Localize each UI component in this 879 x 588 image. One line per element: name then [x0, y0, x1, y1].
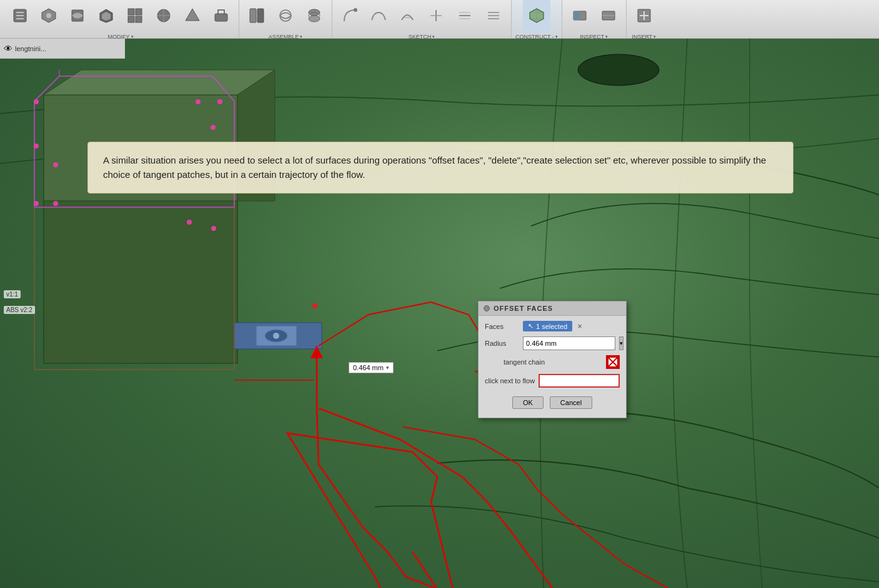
checkmark-icon [607, 356, 618, 368]
svg-rect-9 [136, 16, 142, 22]
radius-input[interactable] [523, 336, 615, 350]
toolbar-group-assemble: ASSEMBLE ▾ [239, 0, 332, 38]
insert-icon-1 [636, 7, 652, 24]
ok-button[interactable]: OK [512, 396, 544, 409]
sketch-btn-1[interactable] [336, 0, 364, 32]
modify-icon-2 [41, 7, 57, 24]
assemble-caret: ▾ [300, 34, 302, 39]
version-label-1: v1:1 [4, 290, 21, 298]
toolbar-btn-5[interactable] [121, 0, 149, 32]
inspect-caret: ▾ [605, 34, 608, 39]
toolbar-btn-4[interactable] [92, 0, 120, 32]
control-dot-4 [211, 125, 216, 130]
dim-caret[interactable]: ▾ [386, 365, 389, 371]
sketch-icon-2 [370, 7, 387, 24]
inspect-btn-2[interactable] [595, 0, 622, 32]
construct-btn-1[interactable] [523, 0, 550, 32]
sketch-caret: ▾ [432, 34, 435, 39]
construct-label[interactable]: CONSTRUCT - ▾ [515, 34, 558, 40]
version-label-2: ABS v2:2 [4, 306, 35, 314]
annotation-box: A similar situation arises you need to s… [87, 142, 793, 194]
faces-label: Faces [485, 323, 519, 330]
assemble-icon-2 [277, 7, 294, 24]
modify-icon-4 [98, 7, 114, 24]
modify-icon-5 [127, 7, 143, 24]
dialog-title-dot [484, 305, 490, 311]
sketch-icon-4 [428, 7, 444, 24]
selected-count: 1 selected [536, 323, 567, 330]
cancel-button[interactable]: Cancel [550, 396, 592, 409]
flow-input[interactable] [539, 374, 620, 388]
toolbar-btn-7[interactable] [179, 0, 206, 32]
dim-value: 0.464 mm [353, 364, 384, 371]
dimension-label: 0.464 mm ▾ [349, 362, 394, 373]
radius-label: Radius [485, 340, 519, 347]
toolbar-group-insert: INSERT ▾ [627, 0, 662, 38]
control-dot-8 [53, 201, 58, 206]
control-dot-5 [34, 144, 39, 149]
sketch-btn-6[interactable] [480, 0, 507, 32]
svg-point-18 [309, 16, 320, 22]
assemble-label[interactable]: ASSEMBLE ▾ [269, 34, 303, 40]
sketch-btn-5[interactable] [451, 0, 479, 32]
modify-icon-3 [69, 7, 86, 24]
control-dot-9 [187, 220, 192, 225]
insert-label[interactable]: INSERT ▾ [632, 34, 656, 40]
svg-rect-38 [44, 201, 237, 363]
sketch-btn-2[interactable] [365, 0, 392, 32]
red-dot-1 [312, 303, 317, 308]
modify-label[interactable]: MODIFY ▾ [108, 34, 134, 40]
sketch-icon-6 [485, 7, 502, 24]
modify-caret: ▾ [131, 34, 134, 39]
svg-point-15 [280, 10, 291, 21]
selected-badge[interactable]: ↖ 1 selected [523, 321, 572, 331]
toolbar-btn-6[interactable] [150, 0, 177, 32]
selected-close-btn[interactable]: × [577, 321, 582, 331]
control-dot-7 [34, 201, 39, 206]
inspect-label[interactable]: INSPECT ▾ [580, 34, 608, 40]
modify-icon-1 [12, 7, 28, 24]
radius-row: Radius ▾ [485, 336, 620, 350]
radius-dropdown-btn[interactable]: ▾ [619, 336, 623, 350]
construct-caret: ▾ [555, 34, 558, 39]
assemble-btn-2[interactable] [272, 0, 299, 32]
sketch-btn-3[interactable] [394, 0, 421, 32]
flow-label: click next to flow [485, 377, 535, 385]
toolbar-group-inspect: INSPECT ▾ [562, 0, 627, 38]
tangent-chain-checkbox[interactable] [606, 355, 620, 369]
sketch-btn-4[interactable] [422, 0, 450, 32]
toolbar-btn-1[interactable] [6, 0, 34, 32]
tangent-chain-label: tangent chain [504, 358, 545, 366]
inspect-icon-2 [600, 7, 617, 24]
svg-rect-8 [128, 16, 134, 22]
insert-btn-1[interactable] [630, 0, 658, 32]
assemble-icon-1 [249, 7, 265, 24]
toolbar-group-sketch: SKETCH ▾ [332, 0, 512, 38]
nav-item[interactable]: lengtnirii... [15, 45, 46, 52]
sketch-icon-3 [399, 7, 415, 24]
modify-icon-7 [184, 7, 201, 24]
svg-point-19 [354, 8, 357, 12]
dialog-body: Faces ↖ 1 selected × Radius ▾ tangent ch… [479, 316, 626, 418]
nav-bar: 👁 lengtnirii... [0, 39, 125, 59]
assemble-btn-1[interactable] [243, 0, 271, 32]
inspect-btn-1[interactable] [566, 0, 593, 32]
construct-icon-1 [529, 7, 545, 24]
flow-row: click next to flow [485, 374, 620, 388]
assemble-btn-3[interactable] [300, 0, 328, 32]
sketch-icon-5 [457, 7, 473, 24]
toolbar-btn-3[interactable] [64, 0, 91, 32]
control-dot-6 [53, 162, 58, 167]
svg-rect-13 [250, 9, 256, 22]
insert-caret: ▾ [653, 34, 656, 39]
modify-icon-6 [156, 7, 172, 24]
toolbar-btn-2[interactable] [35, 0, 62, 32]
sketch-label[interactable]: SKETCH ▾ [409, 34, 435, 40]
control-dot-2 [196, 99, 201, 104]
toolbar-btn-8[interactable] [207, 0, 235, 32]
modify-icon-8 [213, 7, 229, 24]
svg-rect-7 [136, 9, 142, 15]
faces-row: Faces ↖ 1 selected × [485, 321, 620, 331]
control-dot-10 [211, 226, 216, 231]
surface-lines-svg [0, 39, 879, 588]
